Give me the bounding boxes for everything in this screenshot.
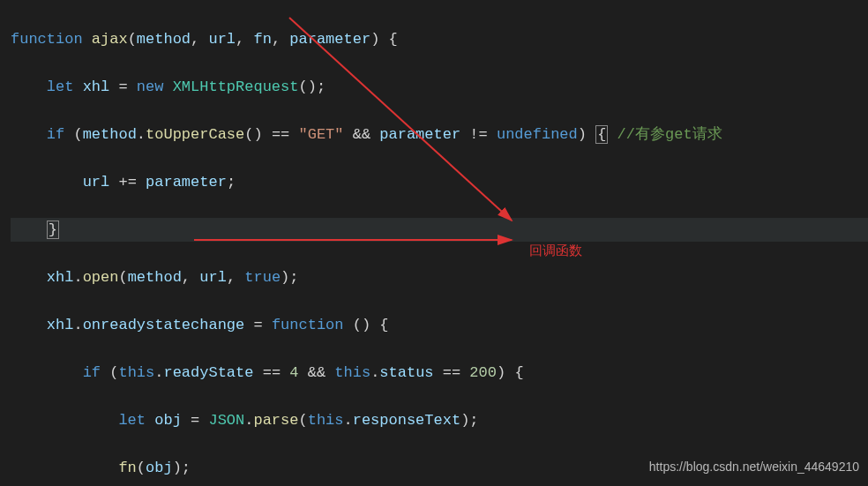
fn-call: fn — [118, 460, 136, 476]
var: url — [83, 174, 110, 191]
comment: //有参get请求 — [617, 126, 722, 143]
prop: status — [379, 364, 433, 381]
var: xhl — [47, 317, 74, 333]
fn-name: ajax — [92, 31, 128, 48]
type: XMLHttpRequest — [173, 79, 299, 95]
method: toUpperCase — [146, 126, 244, 143]
param: url — [208, 31, 236, 48]
prop: responseText — [353, 412, 460, 429]
bool: true — [244, 269, 281, 286]
param: fn — [253, 31, 271, 48]
arg: method — [128, 269, 182, 286]
code-line: function ajax(method, url, fn, parameter… — [11, 27, 868, 51]
arg: url — [199, 269, 227, 286]
var: parameter — [146, 174, 227, 191]
string: "GET" — [298, 126, 343, 143]
keyword: function — [11, 31, 83, 48]
this: this — [334, 364, 370, 381]
code-line: url += parameter; — [11, 170, 868, 194]
keyword: let — [118, 412, 146, 429]
code-line: if (method.toUpperCase() == "GET" && par… — [11, 123, 868, 146]
code-line: xhl.open(method, url, true); — [11, 265, 868, 289]
param: method — [137, 31, 191, 48]
var: xhl — [47, 269, 74, 286]
keyword: new — [137, 79, 164, 95]
var: xhl — [83, 79, 110, 95]
watermark: https://blog.csdn.net/weixin_44649210 — [649, 455, 859, 479]
keyword: function — [272, 317, 344, 333]
this: this — [308, 412, 344, 429]
code-line: let xhl = new XMLHttpRequest(); — [11, 75, 868, 99]
code-line: let obj = JSON.parse(this.responseText); — [11, 408, 868, 432]
code-line: xhl.onreadystatechange = function () { — [11, 313, 868, 337]
keyword: if — [83, 364, 101, 381]
keyword: let — [47, 79, 74, 95]
prop: readyState — [163, 364, 253, 381]
annotation-label: 回调函数 — [529, 238, 582, 262]
method: open — [83, 269, 119, 286]
number: 4 — [289, 364, 298, 381]
number: 200 — [469, 364, 497, 381]
code-line: if (this.readyState == 4 && this.status … — [11, 361, 868, 385]
prop: onreadystatechange — [83, 317, 245, 333]
param: parameter — [289, 31, 370, 48]
this: this — [118, 364, 154, 381]
arg: obj — [146, 460, 173, 476]
var: obj — [154, 412, 182, 429]
code-line: } — [11, 218, 868, 242]
brace-highlight: } — [47, 221, 59, 239]
code-editor[interactable]: function ajax(method, url, fn, parameter… — [0, 0, 868, 486]
brace-highlight: { — [595, 125, 608, 144]
class: JSON — [208, 412, 244, 429]
method: parse — [253, 412, 298, 429]
keyword: if — [47, 126, 64, 143]
var: method — [83, 126, 137, 143]
undefined: undefined — [497, 126, 578, 143]
var: parameter — [379, 126, 460, 143]
